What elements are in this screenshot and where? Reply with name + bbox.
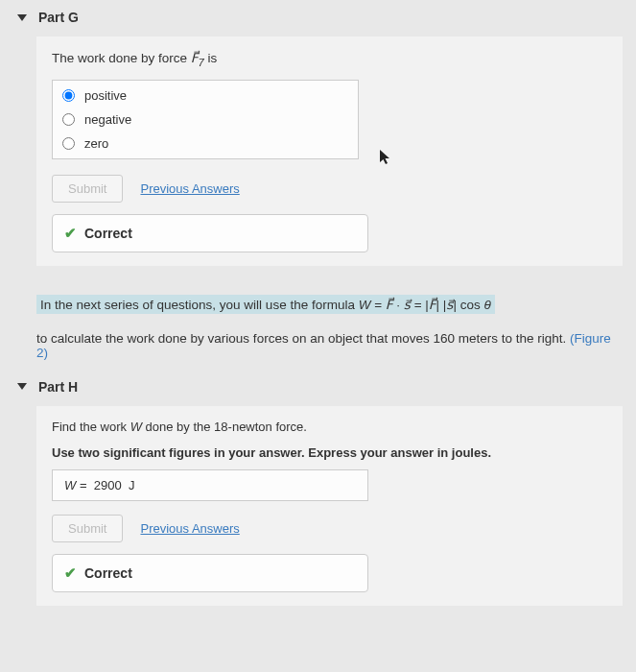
prompt-pre: The work done by force	[52, 51, 191, 65]
info-line2: to calculate the work done by various fo…	[0, 324, 636, 370]
checkmark-icon: ✔	[64, 225, 77, 242]
submit-button-g[interactable]: Submit	[52, 175, 123, 203]
prompt-post: is	[204, 51, 218, 65]
part-g-button-row: Submit Previous Answers	[52, 175, 607, 203]
collapse-icon[interactable]	[17, 383, 27, 390]
part-g-label: Part G	[38, 10, 79, 25]
answer-box: W = 2900 J	[52, 469, 368, 501]
part-h-header[interactable]: Part H	[0, 370, 636, 400]
radio-zero[interactable]	[62, 137, 75, 150]
previous-answers-link-h[interactable]: Previous Answers	[140, 521, 239, 536]
answer-value: 2900	[94, 478, 122, 492]
collapse-icon[interactable]	[17, 14, 27, 21]
part-h-content: Find the work W done by the 18-newton fo…	[36, 406, 623, 606]
correct-label-g: Correct	[84, 226, 132, 241]
info-line2-text: to calculate the work done by various fo…	[36, 331, 570, 346]
part-g-header[interactable]: Part G	[0, 0, 636, 31]
info-pre: In the next series of questions, you wil…	[40, 298, 359, 312]
correct-feedback-g: ✔ Correct	[52, 214, 368, 252]
option-negative[interactable]: negative	[62, 112, 348, 127]
correct-feedback-h: ✔ Correct	[52, 554, 368, 592]
info-line1: In the next series of questions, you wil…	[36, 295, 495, 314]
radio-negative[interactable]	[62, 113, 75, 126]
part-h-button-row: Submit Previous Answers	[52, 515, 607, 542]
options-box: positive negative zero	[52, 80, 359, 159]
info-block: In the next series of questions, you wil…	[0, 285, 636, 324]
option-zero-label: zero	[84, 136, 108, 151]
option-zero[interactable]: zero	[62, 136, 348, 151]
checkmark-icon: ✔	[64, 564, 77, 582]
part-h-label: Part H	[38, 379, 78, 395]
option-positive-label: positive	[84, 88, 127, 103]
part-g-prompt: The work done by force F⃗7 is	[52, 50, 607, 68]
part-h-instruction: Use two significant figures in your answ…	[52, 445, 607, 460]
option-positive[interactable]: positive	[62, 88, 348, 103]
part-g-content: The work done by force F⃗7 is positive n…	[36, 36, 623, 266]
submit-button-h[interactable]: Submit	[52, 515, 123, 542]
radio-positive[interactable]	[62, 89, 75, 102]
correct-label-h: Correct	[84, 565, 132, 581]
prompt-var: F⃗7	[191, 51, 204, 65]
part-h-prompt: Find the work W done by the 18-newton fo…	[52, 420, 607, 434]
answer-unit: J	[129, 478, 135, 492]
option-negative-label: negative	[84, 112, 131, 127]
previous-answers-link-g[interactable]: Previous Answers	[140, 181, 239, 196]
